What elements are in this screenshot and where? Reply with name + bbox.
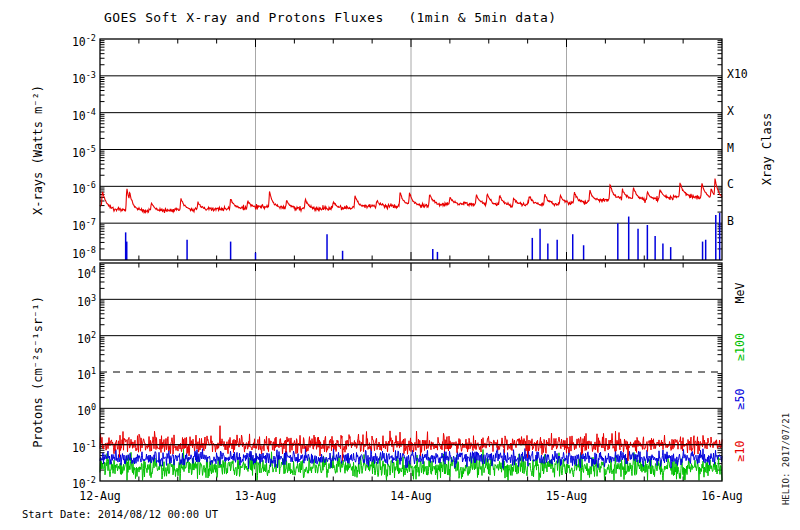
proton-ytick-label: 100 — [77, 401, 96, 417]
x-tick-label: 15-Aug — [527, 490, 607, 502]
proton-ytick-label: 103 — [77, 292, 96, 308]
proton-ytick-label: 10-2 — [72, 474, 96, 490]
xray-ytick-label: 10-7 — [72, 216, 96, 232]
proton-ytick-label: 101 — [77, 365, 96, 381]
x-tick-label: 14-Aug — [371, 490, 451, 502]
proton-energy-label: ≥50 — [734, 389, 746, 410]
proton-energy-label: ≥10 — [734, 441, 746, 462]
xray-class-label: X — [727, 105, 734, 117]
xray-class-label: X10 — [727, 68, 748, 80]
xray-ytick-label: 10-2 — [72, 32, 96, 48]
proton-ytick-label: 102 — [77, 329, 96, 345]
proton-ytick-label: 10-1 — [72, 438, 96, 454]
xray-ytick-label: 10-6 — [72, 179, 96, 195]
goes-flux-chart: GOES Soft X-ray and Protons Fluxes (1min… — [0, 0, 800, 530]
plot-canvas — [0, 0, 800, 530]
xray-ytick-label: 10-5 — [72, 143, 96, 159]
xray-ytick-label: 10-4 — [72, 106, 96, 122]
xray-ytick-label: 10-3 — [72, 69, 96, 85]
x-tick-label: 13-Aug — [216, 490, 296, 502]
xray-class-label: B — [727, 215, 734, 227]
proton-energy-label: ≥100 — [734, 333, 746, 361]
xray-ytick-label: 10-8 — [72, 244, 96, 260]
x-tick-label: 12-Aug — [60, 490, 140, 502]
xray-class-label: C — [727, 178, 734, 190]
proton-ytick-label: 104 — [77, 264, 96, 280]
x-tick-label: 16-Aug — [682, 490, 762, 502]
xray-class-label: M — [727, 142, 734, 154]
